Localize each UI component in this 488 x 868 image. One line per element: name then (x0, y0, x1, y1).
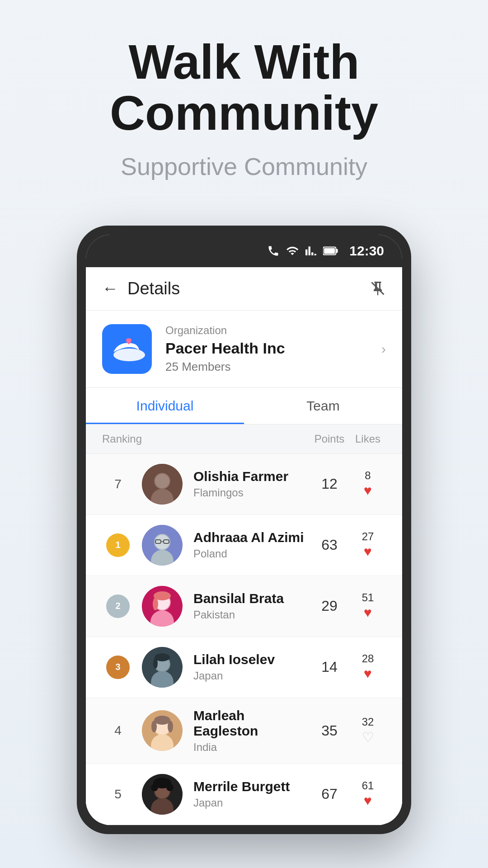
points-cell: 14 (309, 659, 350, 675)
likes-cell: 61 ♥ (350, 780, 386, 808)
avatar (142, 710, 183, 751)
svg-point-42 (155, 779, 169, 787)
main-title: Walk With Community (27, 36, 461, 139)
user-sub: India (193, 741, 309, 754)
rank-cell: 1 (102, 533, 134, 557)
likes-count: 51 (362, 592, 374, 603)
org-section: Organization Pacer Health Inc 25 Members… (86, 311, 402, 388)
svg-point-34 (151, 721, 157, 732)
user-sub: Japan (193, 797, 309, 809)
app-bar: ← Details (86, 267, 402, 311)
svg-rect-1 (336, 249, 338, 253)
heart-icon[interactable]: ♥ (364, 544, 372, 559)
table-row: 3 (86, 637, 402, 698)
svg-point-27 (153, 658, 158, 669)
likes-cell: 28 ♥ (350, 653, 386, 681)
col-headers: Ranking Points Likes (86, 425, 402, 454)
rank-number: 7 (114, 477, 122, 491)
avatar (142, 525, 183, 566)
likes-count: 32 (362, 717, 374, 727)
table-row: 4 (86, 698, 402, 764)
svg-rect-2 (324, 248, 335, 254)
heart-icon[interactable]: ♥ (364, 666, 372, 681)
points-cell: 63 (309, 537, 350, 553)
battery-icon (323, 246, 338, 256)
gold-medal: 1 (106, 533, 130, 557)
rank-cell: 4 (102, 723, 134, 738)
tabs-container: Individual Team (86, 388, 402, 425)
org-logo (102, 324, 152, 374)
likes-count: 27 (362, 531, 374, 542)
svg-point-33 (168, 721, 173, 732)
app-bar-left: ← Details (102, 279, 180, 298)
svg-point-12 (155, 535, 169, 549)
heart-icon[interactable]: ♥ (364, 793, 372, 808)
avatar (142, 464, 183, 505)
col-likes-header: Likes (350, 433, 386, 445)
svg-point-8 (155, 474, 169, 488)
app-content: ← Details (86, 267, 402, 825)
phone-icon (267, 245, 280, 257)
user-sub: Japan (193, 670, 309, 682)
heart-icon[interactable]: ♡ (362, 729, 374, 745)
avatar (142, 586, 183, 627)
org-chevron-icon[interactable]: › (381, 341, 386, 357)
org-members: 25 Members (165, 360, 381, 374)
svg-point-32 (154, 716, 170, 725)
phone-inner: 12:30 ← Details (86, 235, 402, 825)
rank-cell: 7 (102, 477, 134, 491)
user-sub: Flamingos (193, 486, 309, 499)
rank-number: 5 (114, 787, 122, 802)
rank-number: 4 (114, 723, 122, 738)
likes-count: 61 (362, 780, 374, 791)
user-info: Olishia Farmer Flamingos (193, 469, 309, 499)
likes-cell: 27 ♥ (350, 531, 386, 559)
user-info: Bansilal Brata Pakistan (193, 591, 309, 621)
user-info: Marleah Eagleston India (193, 708, 309, 754)
table-row: 5 (86, 764, 402, 825)
user-name: Merrile Burgett (193, 779, 309, 794)
likes-cell: 8 ♥ (350, 470, 386, 498)
back-button[interactable]: ← (102, 279, 118, 298)
user-name: Marleah Eagleston (193, 708, 309, 739)
title-line2: Community (110, 85, 378, 140)
avatar (142, 647, 183, 688)
status-bar: 12:30 (86, 235, 402, 267)
tab-team[interactable]: Team (244, 388, 402, 424)
points-cell: 67 (309, 786, 350, 802)
bronze-medal: 3 (106, 656, 130, 679)
heart-icon[interactable]: ♥ (364, 483, 372, 498)
points-cell: 29 (309, 598, 350, 614)
rank-cell: 2 (102, 594, 134, 618)
likes-count: 8 (365, 470, 371, 481)
user-name: Adhraaa Al Azimi (193, 530, 309, 545)
heart-icon[interactable]: ♥ (364, 605, 372, 620)
table-row: 7 Olishia Farmer Flamingos (86, 454, 402, 515)
table-row: 1 (86, 515, 402, 576)
wifi-icon (286, 245, 299, 257)
org-info: Organization Pacer Health Inc 25 Members (165, 324, 381, 374)
col-points-header: Points (309, 433, 350, 445)
rank-cell: 5 (102, 787, 134, 802)
user-name: Bansilal Brata (193, 591, 309, 606)
title-line1: Walk With (129, 34, 360, 89)
subtitle: Supportive Community (27, 152, 461, 180)
col-ranking-header: Ranking (102, 433, 309, 445)
user-info: Merrile Burgett Japan (193, 779, 309, 809)
silver-medal: 2 (106, 594, 130, 618)
pacer-logo (107, 333, 147, 365)
likes-cell: 32 ♡ (350, 717, 386, 745)
svg-point-21 (153, 598, 158, 610)
likes-count: 28 (362, 653, 374, 664)
phone-frame: 12:30 ← Details (77, 226, 411, 834)
org-label: Organization (165, 324, 381, 337)
pin-icon[interactable] (370, 280, 386, 297)
table-row: 2 (86, 576, 402, 637)
points-cell: 35 (309, 722, 350, 739)
tab-individual[interactable]: Individual (86, 388, 244, 424)
svg-point-4 (113, 349, 145, 361)
user-sub: Pakistan (193, 609, 309, 621)
user-sub: Poland (193, 547, 309, 560)
likes-cell: 51 ♥ (350, 592, 386, 620)
page-header: Walk With Community Supportive Community (0, 0, 488, 226)
